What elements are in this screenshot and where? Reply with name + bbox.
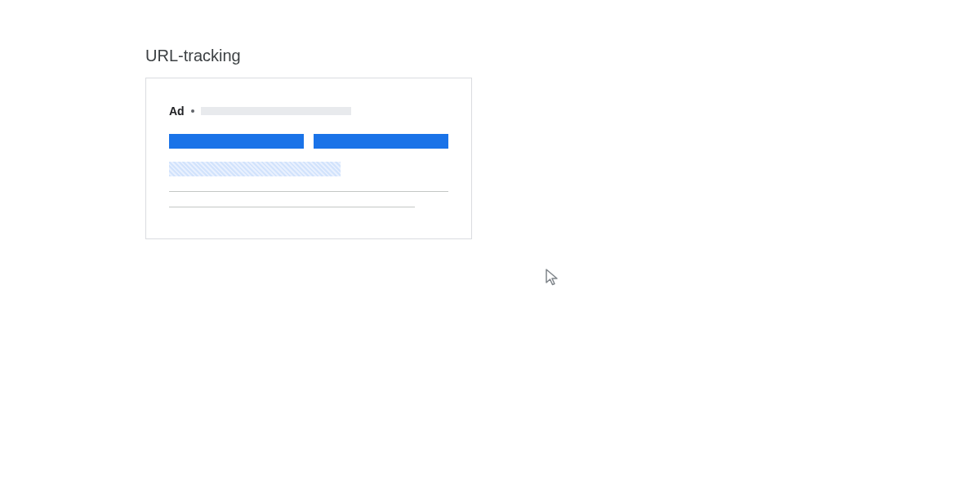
separator-dot-icon xyxy=(191,109,194,113)
ad-headline-row xyxy=(169,134,448,149)
ad-preview-card: Ad xyxy=(145,78,472,239)
cursor-icon xyxy=(544,268,562,291)
ad-description-line-2 xyxy=(169,207,415,207)
ad-url-row: Ad xyxy=(169,105,448,118)
ad-description-line-1 xyxy=(169,191,448,192)
ad-headline-block-1 xyxy=(169,134,304,149)
url-tracking-highlight-bar xyxy=(169,162,341,176)
ad-label: Ad xyxy=(169,105,185,118)
section-title: URL-tracking xyxy=(145,47,241,65)
ad-headline-block-2 xyxy=(314,134,448,149)
ad-url-placeholder xyxy=(201,107,351,115)
